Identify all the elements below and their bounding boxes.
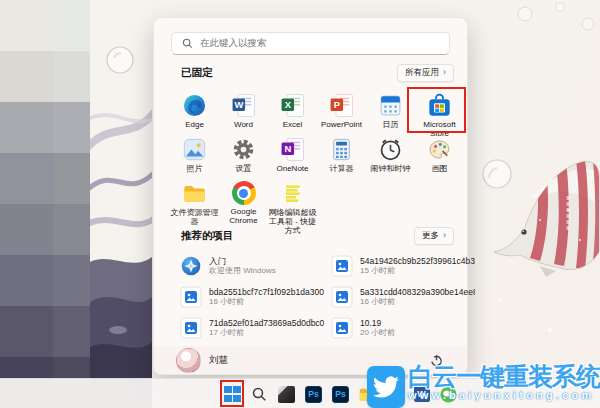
recommended-item-2[interactable]: 54a19426cb9b252f39961c4b3adf8e...15 小时前 bbox=[331, 251, 482, 281]
taskbar-photo-thumbnail-button[interactable] bbox=[277, 385, 296, 404]
app-label: Excel bbox=[283, 120, 303, 129]
pinned-title: 已固定 bbox=[181, 66, 213, 80]
mosaic-cell bbox=[53, 306, 90, 357]
gear-icon bbox=[231, 137, 256, 162]
all-apps-button[interactable]: 所有应用 bbox=[397, 64, 454, 82]
user-account-button[interactable]: 刘慧 bbox=[176, 348, 228, 373]
app-tile-photos[interactable]: 照片 bbox=[170, 136, 219, 180]
wallpaper-anime-art bbox=[90, 0, 152, 408]
app-label: Google Chrome bbox=[220, 207, 268, 225]
calculator-icon bbox=[329, 137, 354, 162]
app-label: 闹钟和时钟 bbox=[371, 164, 411, 173]
app-label: 设置 bbox=[236, 164, 252, 173]
app-label: Word bbox=[234, 120, 253, 129]
mosaic-cell bbox=[53, 51, 90, 102]
all-apps-label: 所有应用 bbox=[405, 67, 439, 79]
recommended-item-text: 54a19426cb9b252f39961c4b3adf8e...15 小时前 bbox=[360, 256, 475, 277]
wallpaper-bubbles bbox=[470, 0, 600, 60]
svg-text:W: W bbox=[234, 100, 243, 110]
taskbar-search-button[interactable] bbox=[250, 385, 269, 404]
svg-text:X: X bbox=[285, 100, 292, 110]
recommended-item-title: bda2551bcf7c7f1f092b1da30044a9... bbox=[209, 287, 324, 298]
recommended-item-title: 5a331cdd408329a390be14ee83c74... bbox=[360, 287, 475, 298]
image-file-icon bbox=[331, 317, 353, 339]
app-tile-excel[interactable]: XExcel bbox=[268, 92, 317, 136]
recommended-item-4[interactable]: 5a331cdd408329a390be14ee83c74...16 小时前 bbox=[331, 282, 482, 312]
mosaic-cell bbox=[53, 255, 90, 306]
app-tile-google-chrome[interactable]: Google Chrome bbox=[219, 180, 268, 224]
photos-icon bbox=[182, 137, 207, 162]
app-tile-word[interactable]: WWord bbox=[219, 92, 268, 136]
recommended-item-subtitle: 20 小时前 bbox=[360, 328, 395, 338]
mosaic-cell bbox=[0, 306, 53, 357]
mosaic-cell bbox=[0, 102, 53, 153]
highlight-box-start-button bbox=[220, 380, 244, 407]
app-tile-edge[interactable]: Edge bbox=[170, 92, 219, 136]
mosaic-cell bbox=[0, 51, 53, 102]
recommended-item-text: 入门欢迎使用 Windows bbox=[209, 256, 276, 277]
wallpaper-mosaic bbox=[0, 0, 90, 408]
powerpoint-icon: P bbox=[329, 93, 354, 118]
mosaic-cell bbox=[53, 102, 90, 153]
recommended-header: 推荐的项目 更多 bbox=[181, 227, 454, 244]
image-file-icon bbox=[180, 317, 202, 339]
more-label: 更多 bbox=[422, 230, 439, 242]
twitter-bird-icon bbox=[367, 366, 405, 408]
recommended-item-title: 入门 bbox=[209, 256, 276, 267]
mosaic-cell bbox=[53, 0, 90, 51]
taskbar-photoshop-1-button[interactable]: Ps bbox=[304, 385, 323, 404]
word-icon: W bbox=[231, 93, 256, 118]
recommended-item-text: 5a331cdd408329a390be14ee83c74...16 小时前 bbox=[360, 287, 475, 308]
app-tile-onenote[interactable]: NOneNote bbox=[268, 136, 317, 180]
app-tile-powerpoint[interactable]: PPowerPoint bbox=[317, 92, 366, 136]
image-file-icon bbox=[331, 286, 353, 308]
image-file-icon bbox=[180, 286, 202, 308]
svg-text:P: P bbox=[334, 100, 340, 110]
recommended-title: 推荐的项目 bbox=[181, 229, 234, 243]
app-tile-settings[interactable]: 设置 bbox=[219, 136, 268, 180]
search-icon bbox=[182, 38, 193, 49]
more-button[interactable]: 更多 bbox=[414, 227, 454, 245]
recommended-item-5[interactable]: 71da52ef01ad73869a5d0dbc0c6c36...17 小时前 bbox=[180, 313, 331, 343]
taskbar-photoshop-2-button[interactable]: Ps bbox=[331, 385, 350, 404]
svg-text:N: N bbox=[284, 144, 291, 154]
recommended-item-3[interactable]: bda2551bcf7c7f1f092b1da30044a9...16 小时前 bbox=[180, 282, 331, 312]
watermark-title: 白云一键重装系统 bbox=[408, 363, 600, 389]
app-label: 文件资源管理器 bbox=[171, 208, 219, 226]
mosaic-cell bbox=[0, 204, 53, 255]
chrome-icon bbox=[231, 181, 256, 205]
search-placeholder: 在此键入以搜索 bbox=[200, 37, 267, 50]
app-tile-paint[interactable]: 画图 bbox=[415, 136, 464, 180]
search-input[interactable]: 在此键入以搜索 bbox=[171, 32, 450, 55]
wallpaper-fish bbox=[480, 140, 600, 280]
app-tile-alarms-clock[interactable]: 闹钟和时钟 bbox=[366, 136, 415, 180]
user-name: 刘慧 bbox=[209, 354, 228, 367]
mosaic-cell bbox=[53, 153, 90, 204]
recommended-item-text: bda2551bcf7c7f1f092b1da30044a9...16 小时前 bbox=[209, 287, 324, 308]
edge-icon bbox=[182, 93, 207, 118]
app-tile-calculator[interactable]: 计算器 bbox=[317, 136, 366, 180]
app-tile-web-toolbox[interactable]: 网络编辑超级工具箱 - 快捷方式 bbox=[268, 180, 317, 224]
app-label: 计算器 bbox=[330, 164, 354, 173]
recommended-item-title: 54a19426cb9b252f39961c4b3adf8e... bbox=[360, 256, 475, 267]
app-tile-file-explorer[interactable]: 文件资源管理器 bbox=[170, 180, 219, 224]
yellow-lines-icon bbox=[280, 181, 305, 206]
get-started-icon bbox=[180, 255, 202, 277]
recommended-grid: 入门欢迎使用 Windows54a19426cb9b252f39961c4b3a… bbox=[180, 251, 482, 343]
mosaic-cell bbox=[53, 204, 90, 255]
watermark: 白云一键重装系统 www.baiyunxitong.com bbox=[367, 363, 600, 408]
image-file-icon bbox=[331, 255, 353, 277]
watermark-url: www.baiyunxitong.com bbox=[408, 389, 600, 401]
paint-icon bbox=[427, 137, 452, 162]
app-label: OneNote bbox=[276, 164, 308, 173]
app-label: Edge bbox=[185, 120, 204, 129]
recommended-item-subtitle: 16 小时前 bbox=[360, 297, 475, 307]
folder-icon bbox=[182, 181, 207, 206]
start-menu: 在此键入以搜索 已固定 所有应用 EdgeWWordXExcelPPowerPo… bbox=[153, 17, 468, 375]
recommended-item-subtitle: 15 小时前 bbox=[360, 266, 475, 276]
mosaic-cell bbox=[0, 153, 53, 204]
recommended-item-subtitle: 欢迎使用 Windows bbox=[209, 266, 276, 276]
recommended-item-6[interactable]: 10.1920 小时前 bbox=[331, 313, 482, 343]
calendar-icon bbox=[378, 93, 403, 118]
recommended-item-1[interactable]: 入门欢迎使用 Windows bbox=[180, 251, 331, 281]
